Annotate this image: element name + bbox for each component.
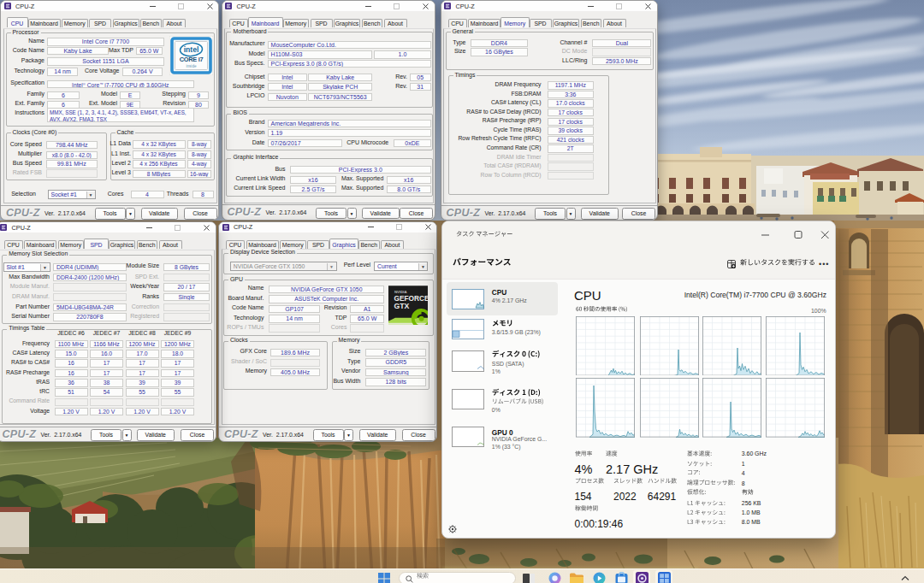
svg-text:inside: inside: [186, 64, 196, 68]
svg-text:CORE i7: CORE i7: [179, 56, 203, 63]
svg-text:GEFORCE: GEFORCE: [394, 294, 428, 303]
svg-text:GTX: GTX: [394, 302, 409, 310]
svg-text:intel: intel: [183, 45, 198, 54]
